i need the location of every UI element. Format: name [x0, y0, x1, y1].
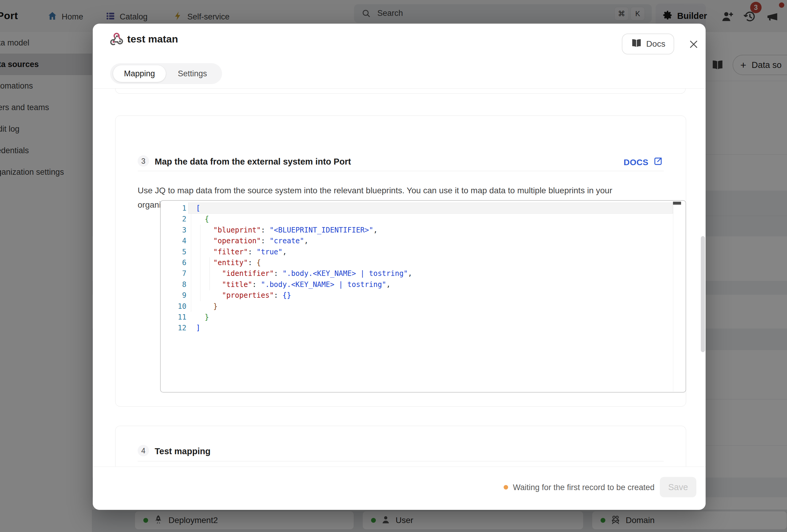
save-button[interactable]: Save	[660, 477, 696, 497]
section-title: Map the data from the external system in…	[155, 157, 351, 167]
jq-mapping-editor[interactable]: 123456789101112 [ { "blueprint": "<BLUEP…	[160, 200, 686, 392]
docs-link[interactable]: DOCS	[624, 156, 663, 168]
step-number-badge: 4	[137, 445, 149, 456]
book-icon	[631, 39, 642, 49]
section-map-data-card: 3 Map the data from the external system …	[115, 115, 686, 407]
tab-mapping[interactable]: Mapping	[113, 65, 166, 82]
screen: Port Home Catalog Self-service	[0, 0, 787, 532]
modal-footer: Waiting for the first record to be creat…	[93, 466, 706, 510]
docs-button[interactable]: Docs	[622, 34, 674, 55]
step-number-badge: 3	[137, 155, 149, 167]
editor-scroll-track	[673, 201, 673, 391]
line-numbers: 123456789101112	[161, 203, 187, 334]
tab-settings[interactable]: Settings	[166, 63, 219, 84]
data-source-modal: test matan Docs Mapping Settings 3 Map t…	[93, 24, 706, 510]
previous-card-bottom	[115, 89, 685, 94]
section-title: Test mapping	[155, 446, 210, 456]
section-test-mapping-card: 4 Test mapping	[115, 426, 686, 467]
code-content[interactable]: [ { "blueprint": "<BLUEPRINT_IDENTIFIER>…	[196, 203, 412, 334]
docs-button-label: Docs	[646, 39, 665, 49]
status-text: Waiting for the first record to be creat…	[513, 483, 655, 492]
modal-tabs: Mapping Settings	[110, 63, 222, 84]
webhook-icon	[110, 32, 123, 46]
close-icon[interactable]	[688, 39, 699, 51]
modal-scrollbar-thumb[interactable]	[701, 236, 705, 352]
docs-link-label: DOCS	[624, 158, 648, 167]
editor-scrollbar-thumb[interactable]	[673, 202, 681, 205]
indent-guide	[191, 214, 191, 312]
external-link-icon	[653, 156, 663, 168]
modal-title: test matan	[127, 33, 178, 45]
status-dot	[504, 485, 508, 490]
